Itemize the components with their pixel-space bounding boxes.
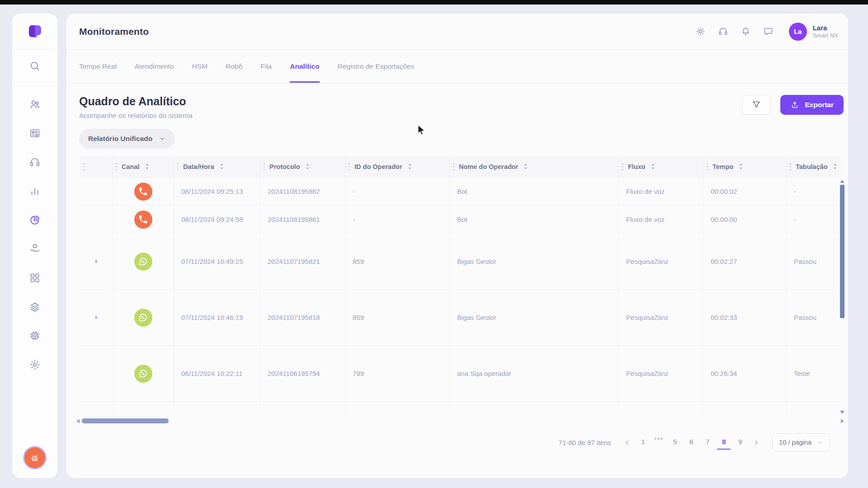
- expand-row-button[interactable]: +: [94, 257, 99, 266]
- cell-operator_name: Bigas Gestor: [449, 290, 618, 345]
- sort-icon[interactable]: [833, 163, 838, 170]
- cell-protocol: 20241106195794: [260, 346, 345, 401]
- gear-icon[interactable]: [29, 359, 41, 371]
- table-row[interactable]: +07/11/2024 10:46:1920241107195818859Big…: [80, 290, 840, 346]
- user-name: Lara: [813, 24, 838, 32]
- table-row[interactable]: 06/11/2024 10:22:1120241106195794799ana …: [80, 346, 840, 402]
- app-window: Monitoramento La Lara Smart NX Tempo Rea…: [0, 5, 868, 488]
- board-icon[interactable]: [29, 127, 41, 139]
- channel-cell: [112, 290, 174, 345]
- pie-chart-icon[interactable]: [29, 214, 41, 226]
- chip-icon[interactable]: [29, 330, 41, 342]
- column-header-tabula-o: Tabulação: [786, 156, 840, 177]
- scroll-right-arrow[interactable]: [841, 419, 844, 423]
- drag-handle-icon[interactable]: [706, 163, 708, 171]
- prev-page-button[interactable]: [621, 435, 634, 450]
- tab-registro-de-exporta-es[interactable]: Registro de Exportações: [338, 50, 415, 83]
- column-label: Canal: [122, 163, 140, 170]
- scroll-up-arrow[interactable]: [840, 180, 844, 183]
- page-ellipsis: •••: [653, 435, 666, 450]
- layers-icon[interactable]: [29, 301, 41, 313]
- cell-protocol: 20241108195862: [260, 178, 345, 205]
- sort-icon[interactable]: [651, 163, 656, 170]
- page-1[interactable]: 1: [637, 435, 650, 450]
- channel-cell: [112, 178, 174, 205]
- hand-service-icon[interactable]: [29, 243, 41, 255]
- column-header: [80, 156, 112, 177]
- tab-atendimento[interactable]: Atendimento: [135, 50, 174, 83]
- cell-time: 00:02:33: [703, 290, 786, 345]
- smartnx-logo[interactable]: [12, 14, 57, 50]
- drag-handle-icon[interactable]: [263, 163, 265, 171]
- drag-handle-icon[interactable]: [453, 163, 455, 171]
- export-button[interactable]: Exportar: [780, 95, 844, 115]
- scroll-down-arrow[interactable]: [840, 411, 844, 414]
- tab-rob-[interactable]: Robô: [226, 50, 242, 83]
- pagination-summary: 71-80 de 87 itens: [559, 439, 611, 446]
- cell-operator_id: 859: [345, 290, 449, 345]
- user-menu[interactable]: La Lara Smart NX: [789, 23, 838, 41]
- page-6[interactable]: 6: [684, 435, 698, 450]
- tab-tempo-real[interactable]: Tempo Real: [79, 50, 117, 83]
- cell-operator_id: 859: [345, 234, 449, 289]
- cell-tabulation: -: [786, 206, 840, 233]
- cell-operator_id: -: [345, 206, 449, 233]
- channel-cell: [112, 234, 174, 289]
- table-row[interactable]: 08/11/2024 09:24:5820241108195861-BotFlu…: [80, 206, 840, 234]
- column-header-nome-do-operador: Nome do Operador: [449, 156, 618, 177]
- table-row[interactable]: +07/11/2024 10:49:2520241107195821859Big…: [80, 234, 840, 290]
- whatsapp-icon: [134, 365, 152, 383]
- cell-flow: Fluxo de voz: [618, 178, 703, 205]
- bug-report-button[interactable]: [24, 447, 45, 468]
- users-icon[interactable]: [29, 99, 41, 110]
- table-row[interactable]: 08/11/2024 09:25:1320241108195862-BotFlu…: [80, 178, 840, 206]
- horizontal-scroll-thumb[interactable]: [82, 418, 169, 423]
- drag-handle-icon[interactable]: [177, 163, 179, 171]
- chat-bubble-icon[interactable]: [763, 26, 774, 37]
- headset-icon[interactable]: [718, 26, 728, 37]
- sort-icon[interactable]: [145, 163, 150, 170]
- drag-handle-icon[interactable]: [115, 163, 118, 171]
- sort-icon[interactable]: [738, 163, 743, 170]
- report-type-select[interactable]: Relatório Unificado: [79, 129, 175, 149]
- report-type-value: Relatório Unificado: [88, 135, 152, 143]
- filter-button[interactable]: [742, 95, 771, 115]
- vertical-scrollbar[interactable]: [840, 180, 845, 414]
- page-head: Quadro de Analítico Acompanhe os relatór…: [66, 83, 848, 120]
- drag-handle-icon[interactable]: [83, 163, 85, 171]
- sort-icon[interactable]: [407, 163, 412, 170]
- cell-datetime: 08/11/2024 09:24:58: [174, 206, 260, 233]
- scroll-left-arrow[interactable]: [76, 419, 80, 423]
- avatar[interactable]: La: [789, 23, 807, 41]
- tab-anal-tico[interactable]: Analítico: [290, 50, 319, 83]
- top-bar-icons: [695, 26, 774, 37]
- bell-icon[interactable]: [741, 26, 751, 37]
- drag-handle-icon[interactable]: [789, 163, 792, 171]
- vertical-scroll-thumb[interactable]: [840, 185, 844, 318]
- cell-tabulation: Teste: [786, 346, 840, 401]
- pagination: 71-80 de 87 itens 1•••56789 10 / página: [559, 432, 830, 452]
- page-9[interactable]: 9: [733, 435, 747, 450]
- next-page-button[interactable]: [750, 435, 762, 450]
- cell-protocol: 20241107195821: [260, 234, 345, 289]
- page-7[interactable]: 7: [701, 435, 714, 450]
- apps-grid-icon[interactable]: [29, 272, 41, 284]
- drag-handle-icon[interactable]: [348, 163, 350, 171]
- bar-chart-icon[interactable]: [29, 185, 41, 197]
- search-icon[interactable]: [29, 60, 41, 72]
- sort-icon[interactable]: [305, 163, 310, 170]
- sort-icon[interactable]: [523, 163, 528, 170]
- sun-icon[interactable]: [695, 26, 706, 37]
- headset-icon[interactable]: [29, 156, 41, 168]
- page-8[interactable]: 8: [717, 435, 731, 450]
- tab-fila[interactable]: Fila: [260, 50, 272, 83]
- drag-handle-icon[interactable]: [622, 163, 624, 171]
- horizontal-scrollbar[interactable]: [76, 418, 844, 424]
- page-5[interactable]: 5: [668, 435, 682, 450]
- cell-datetime: 07/11/2024 10:46:19: [174, 290, 260, 345]
- sort-icon[interactable]: [219, 163, 224, 170]
- voice-call-icon: [134, 211, 152, 229]
- expand-row-button[interactable]: +: [94, 313, 99, 322]
- page-size-select[interactable]: 10 / página: [772, 433, 830, 451]
- tab-hsm[interactable]: HSM: [192, 50, 208, 83]
